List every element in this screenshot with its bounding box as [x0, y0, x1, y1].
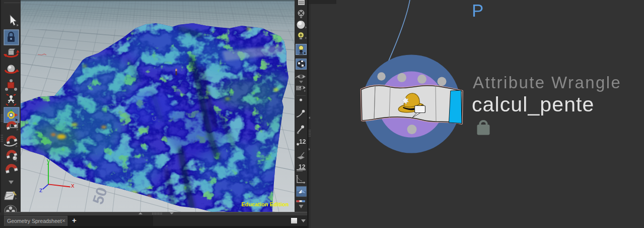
- svg-text:y: y: [47, 157, 50, 164]
- svg-text:Education Edition: Education Edition: [242, 201, 289, 207]
- svg-text:12: 12: [299, 138, 306, 145]
- svg-text:↺: ↺: [152, 115, 157, 123]
- svg-text:x: x: [71, 182, 75, 189]
- svg-text:z: z: [39, 186, 43, 194]
